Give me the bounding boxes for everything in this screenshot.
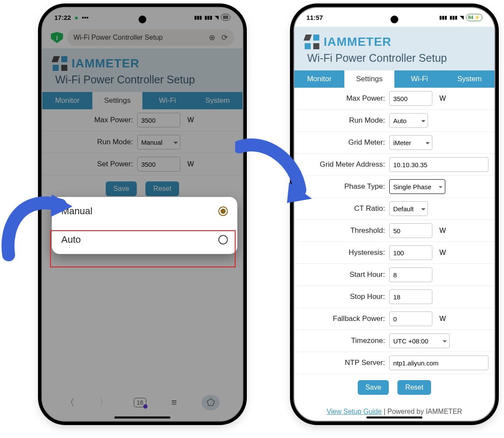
grid-meter-select[interactable]: iMeter: [389, 135, 432, 150]
tab-settings[interactable]: Settings: [344, 70, 394, 88]
view-setup-guide-link[interactable]: View Setup Guide: [327, 408, 382, 415]
radio-checked-icon: [218, 206, 228, 216]
settings-form: Max Power: W Run Mode: Auto Grid Meter: …: [294, 88, 495, 418]
ct-ratio-label: CT Ratio:: [300, 204, 385, 213]
timezone-select[interactable]: UTC +08:00: [389, 333, 450, 348]
tab-system[interactable]: System: [444, 70, 495, 88]
radio-unchecked-icon: [218, 235, 228, 244]
brand-name: IAMMETER: [324, 35, 391, 49]
hysteresis-label: Hysteresis:: [300, 248, 385, 257]
run-mode-label: Run Mode:: [300, 116, 385, 125]
phase-type-label: Phase Type:: [300, 182, 385, 191]
reset-button[interactable]: Reset: [397, 380, 431, 395]
fallback-power-input[interactable]: [389, 311, 432, 326]
stop-hour-input[interactable]: [389, 289, 432, 304]
unit-w: W: [439, 315, 446, 323]
unit-w: W: [439, 95, 446, 102]
gesture-bar: [366, 416, 422, 419]
threshold-input[interactable]: [389, 223, 432, 238]
arrow-icon: [235, 134, 313, 207]
save-button[interactable]: Save: [358, 380, 389, 395]
tab-wifi[interactable]: Wi-Fi: [394, 70, 444, 88]
unit-w: W: [439, 249, 446, 257]
front-camera-icon: [391, 16, 398, 23]
phone-right: 11:57 ▮▮▮ ▮▮▮ ◥ 84 ⚡ IAMMETER Wi-Fi Powe…: [293, 7, 495, 422]
option-manual[interactable]: Manual: [52, 197, 237, 225]
battery-indicator: 84 ⚡: [466, 14, 482, 21]
option-auto[interactable]: Auto: [52, 225, 237, 254]
charging-icon: ⚡: [474, 15, 480, 20]
page-header: IAMMETER Wi-Fi Power Controller Setup: [294, 27, 495, 70]
grid-meter-address-label: Grid Meter Address:: [300, 160, 385, 169]
start-hour-input[interactable]: [389, 267, 432, 282]
ntp-server-label: NTP Server:: [300, 359, 385, 367]
signal-icon: ▮▮▮: [439, 15, 447, 20]
tab-bar: Monitor Settings Wi-Fi System: [294, 70, 495, 88]
signal-icon: ▮▮▮: [450, 15, 457, 20]
brand-logo-icon: [305, 35, 319, 49]
ct-ratio-select[interactable]: Default: [389, 201, 428, 216]
wifi-icon: ◥: [460, 15, 463, 20]
grid-meter-address-input[interactable]: [389, 157, 488, 172]
footer: View Setup Guide | Powered by IAMMETER: [294, 401, 495, 418]
tab-monitor[interactable]: Monitor: [294, 70, 344, 88]
svg-marker-0: [51, 194, 72, 217]
start-hour-label: Start Hour:: [300, 270, 385, 279]
run-mode-select[interactable]: Auto: [389, 113, 428, 128]
fallback-power-label: Fallback Power:: [300, 314, 385, 323]
max-power-label: Max Power:: [300, 94, 385, 103]
status-time: 11:57: [306, 14, 323, 21]
threshold-label: Threshold:: [300, 226, 385, 235]
front-camera-icon: [139, 16, 146, 23]
ntp-server-input[interactable]: [389, 355, 488, 370]
arrow-icon: [0, 181, 73, 263]
phase-type-select[interactable]: Single Phase: [389, 179, 445, 194]
run-mode-sheet: Manual Auto: [52, 197, 237, 254]
page-title: Wi-Fi Power Controller Setup: [305, 52, 484, 64]
max-power-input[interactable]: [389, 91, 432, 106]
timezone-label: Timezone:: [300, 336, 385, 345]
stop-hour-label: Stop Hour:: [300, 292, 385, 301]
grid-meter-label: Grid Meter:: [300, 138, 385, 147]
hysteresis-input[interactable]: [389, 245, 432, 260]
powered-by-text: Powered by IAMMETER: [387, 408, 462, 415]
unit-w: W: [439, 227, 446, 235]
